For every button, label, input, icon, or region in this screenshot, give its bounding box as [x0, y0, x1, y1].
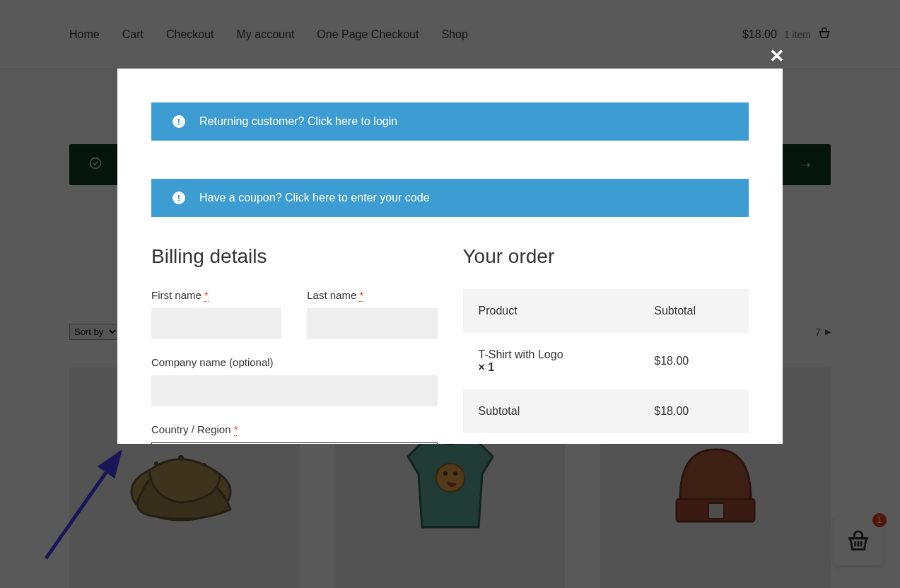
first-name-input[interactable]	[151, 308, 281, 339]
item-name: T-Shirt with Logo	[479, 348, 563, 360]
company-label: Company name (optional)	[151, 356, 438, 368]
first-name-label: First name *	[151, 289, 281, 301]
last-name-input[interactable]	[307, 308, 437, 339]
login-notice-text: Returning customer? Click here to login	[199, 115, 397, 128]
info-icon: !	[173, 192, 185, 204]
order-subtotal-row: Subtotal $18.00	[463, 389, 749, 433]
billing-title: Billing details	[151, 245, 438, 268]
modal-scroll-area[interactable]: ! Returning customer? Click here to logi…	[117, 69, 783, 444]
order-title: Your order	[463, 245, 749, 268]
item-qty: × 1	[479, 361, 495, 373]
country-select[interactable]: United States (US)	[151, 442, 438, 444]
th-subtotal: Subtotal	[638, 289, 749, 333]
item-price: $18.00	[638, 333, 749, 389]
checkout-modal: ! Returning customer? Click here to logi…	[117, 69, 783, 444]
your-order-section: Your order Product Subtotal T-Shirt with…	[463, 245, 749, 444]
order-summary-table: Product Subtotal T-Shirt with Logo × 1 $…	[463, 289, 749, 433]
login-notice[interactable]: ! Returning customer? Click here to logi…	[151, 102, 749, 141]
modal-close-button[interactable]: ✕	[769, 45, 785, 67]
subtotal-value: $18.00	[638, 389, 749, 433]
th-product: Product	[463, 289, 639, 333]
info-icon: !	[173, 115, 185, 128]
coupon-notice[interactable]: ! Have a coupon? Click here to enter you…	[151, 179, 749, 217]
company-input[interactable]	[151, 375, 438, 406]
subtotal-label: Subtotal	[463, 389, 639, 433]
billing-details-section: Billing details First name * Last name *	[151, 245, 438, 444]
coupon-notice-text: Have a coupon? Click here to enter your …	[199, 192, 430, 204]
order-line-item: T-Shirt with Logo × 1 $18.00	[463, 333, 749, 389]
last-name-label: Last name *	[307, 289, 437, 301]
country-label: Country / Region *	[151, 423, 438, 435]
